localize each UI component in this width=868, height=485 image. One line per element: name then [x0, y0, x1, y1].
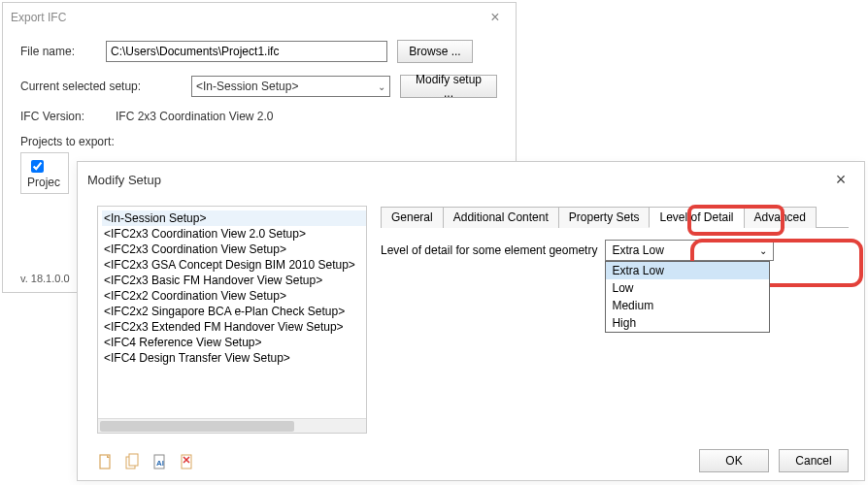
horizontal-scrollbar[interactable] [98, 418, 366, 433]
browse-button[interactable]: Browse ... [397, 40, 473, 63]
file-name-input[interactable] [106, 41, 387, 62]
modify-title: Modify Setup [87, 173, 827, 187]
rename-icon[interactable]: AI [151, 453, 169, 470]
list-item[interactable]: <IFC4 Design Transfer View Setup> [102, 350, 366, 366]
lod-dropdown-selected[interactable]: Extra Low ⌄ [605, 240, 774, 261]
lod-selected-value: Extra Low [612, 243, 663, 257]
project-label: Projec [27, 176, 60, 189]
cancel-button[interactable]: Cancel [779, 449, 849, 472]
svg-text:AI: AI [156, 459, 164, 468]
tabs: General Additional Content Property Sets… [381, 206, 849, 228]
tab-level-of-detail[interactable]: Level of Detail [649, 207, 744, 228]
current-setup-label: Current selected setup: [20, 80, 182, 93]
tab-advanced[interactable]: Advanced [744, 207, 817, 228]
file-name-label: File name: [20, 45, 96, 58]
setup-listbox[interactable]: <In-Session Setup> <IFC2x3 Coordination … [97, 206, 367, 434]
list-item[interactable]: <In-Session Setup> [102, 210, 366, 226]
lod-dropdown-list: Extra Low Low Medium High [605, 261, 770, 333]
scrollbar-thumb[interactable] [100, 421, 294, 432]
dialog-buttons: OK Cancel [699, 449, 849, 472]
modify-setup-dialog: Modify Setup × <In-Session Setup> <IFC2x… [77, 161, 865, 481]
export-titlebar: Export IFC × [3, 3, 516, 36]
project-checkbox[interactable] [31, 160, 44, 173]
list-item[interactable]: <IFC2x2 Singapore BCA e-Plan Check Setup… [102, 304, 366, 319]
close-icon[interactable]: × [827, 170, 854, 190]
list-item[interactable]: <IFC2x3 Basic FM Handover View Setup> [102, 273, 366, 288]
tab-additional-content[interactable]: Additional Content [443, 207, 559, 228]
modify-titlebar: Modify Setup × [78, 162, 864, 198]
ifc-version-value: IFC 2x3 Coordination View 2.0 [116, 110, 274, 123]
lod-label: Level of detail for some element geometr… [381, 243, 597, 257]
list-item[interactable]: <IFC2x3 Coordination View Setup> [102, 242, 366, 257]
svg-rect-5 [182, 455, 191, 469]
list-item[interactable]: <IFC4 Reference View Setup> [102, 335, 366, 350]
current-setup-select[interactable]: <In-Session Setup> ⌄ [191, 76, 390, 97]
list-item[interactable]: <IFC2x3 Coordination View 2.0 Setup> [102, 226, 366, 242]
svg-rect-2 [129, 454, 138, 466]
current-setup-value: <In-Session Setup> [196, 80, 298, 93]
lod-dropdown[interactable]: Extra Low ⌄ Extra Low Low Medium High [605, 240, 774, 261]
list-item[interactable]: <IFC2x3 GSA Concept Design BIM 2010 Setu… [102, 257, 366, 273]
list-item[interactable]: <IFC2x2 Coordination View Setup> [102, 288, 366, 304]
modify-setup-button[interactable]: Modify setup ... [400, 75, 497, 98]
lod-option[interactable]: Medium [606, 297, 769, 314]
version-text: v. 18.1.0.0 [20, 273, 70, 284]
projects-listbox: Projec [20, 152, 69, 194]
tab-content-lod: Level of detail for some element geometr… [381, 228, 849, 261]
chevron-down-icon: ⌄ [759, 245, 767, 256]
setup-toolbar: AI [97, 453, 196, 470]
projects-to-export-label: Projects to export: [20, 135, 498, 148]
chevron-down-icon: ⌄ [378, 81, 385, 92]
lod-option[interactable]: Extra Low [606, 262, 769, 279]
tab-property-sets[interactable]: Property Sets [558, 207, 651, 228]
project-checkbox-item[interactable]: Projec [27, 159, 60, 189]
delete-icon[interactable] [179, 453, 196, 470]
close-icon[interactable]: × [483, 9, 508, 26]
lod-option[interactable]: Low [606, 279, 769, 297]
ok-button[interactable]: OK [699, 449, 769, 472]
ifc-version-label: IFC Version: [20, 110, 106, 123]
export-title: Export IFC [11, 11, 483, 24]
list-item[interactable]: <IFC2x3 Extended FM Handover View Setup> [102, 319, 366, 335]
lod-option[interactable]: High [606, 314, 769, 332]
right-pane: General Additional Content Property Sets… [381, 206, 849, 434]
new-icon[interactable] [97, 453, 115, 470]
tab-general[interactable]: General [381, 207, 444, 228]
copy-icon[interactable] [124, 453, 142, 470]
